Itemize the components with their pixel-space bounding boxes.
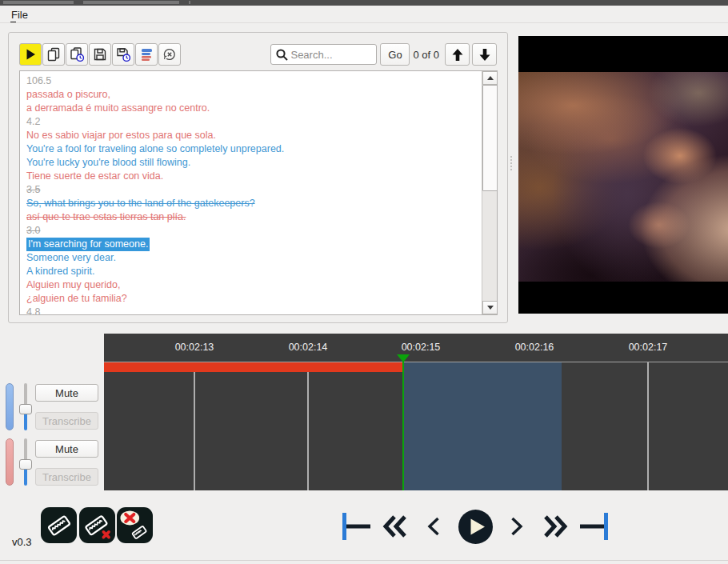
subtitle-line-text: You're a fool for traveling alone so com… xyxy=(26,142,284,156)
subtitle-line-text: 4.2 xyxy=(26,115,40,129)
rewind-icon xyxy=(382,514,408,538)
slider-handle[interactable] xyxy=(19,459,32,470)
track1-mute-button[interactable]: Mute xyxy=(35,384,98,402)
search-field[interactable] xyxy=(270,44,377,65)
timeline-timestamp: 00:02:15 xyxy=(402,342,441,353)
search-icon xyxy=(275,48,289,62)
transport-controls xyxy=(339,508,615,545)
fast-forward-button[interactable] xyxy=(534,514,576,538)
search-next-button[interactable] xyxy=(472,43,497,66)
arrow-up-icon xyxy=(451,48,464,62)
subtitle-line[interactable]: passada o piscuro, xyxy=(26,88,481,102)
list-scrollbar[interactable] xyxy=(482,71,497,314)
play-button[interactable] xyxy=(451,509,499,545)
playhead-line[interactable] xyxy=(402,354,404,490)
split-button[interactable] xyxy=(41,507,77,543)
subtitle-line-text: a derramada é muito assangre no centro. xyxy=(26,102,210,115)
subtitle-line[interactable]: 106.5 xyxy=(26,74,481,88)
track1-volume-slider[interactable] xyxy=(19,383,32,430)
play-preview-button[interactable] xyxy=(19,43,42,66)
bottom-divider xyxy=(0,560,728,561)
subtitle-line-text: Tiene suerte de estar con vida. xyxy=(26,170,163,183)
subtitle-line-text: así que te trae estas tierras tan plía. xyxy=(26,210,186,224)
copy-button[interactable] xyxy=(42,43,65,66)
subtitle-line[interactable]: 4.8 xyxy=(26,306,481,315)
revert-button[interactable] xyxy=(158,43,181,66)
save-clock-icon xyxy=(115,46,131,62)
subtitle-line[interactable]: You're lucky you're blood still flowing. xyxy=(26,156,481,170)
subtitle-line-text: 3.5 xyxy=(26,183,40,197)
skip-to-start-button[interactable] xyxy=(339,512,374,541)
razor-x-icon xyxy=(83,511,112,540)
skip-to-end-button[interactable] xyxy=(576,512,611,541)
subtitle-line[interactable]: So, what brings you to the land of the g… xyxy=(26,197,481,210)
timeline-gridline xyxy=(647,362,649,490)
playhead-marker[interactable] xyxy=(397,354,410,362)
slider-track xyxy=(24,383,27,406)
search-go-button[interactable]: Go xyxy=(380,43,410,66)
subtitle-line-text: Someone very dear. xyxy=(26,251,116,265)
subtitle-lines: 106.5 passada o piscuro, a derramada é m… xyxy=(20,71,481,315)
video-frame-image xyxy=(518,72,728,282)
timeline-progress-bar[interactable] xyxy=(104,362,403,372)
play-circle-icon xyxy=(458,509,494,545)
subtitle-line[interactable]: Tiene suerte de estar con vida. xyxy=(26,170,481,183)
split-remove-all-button[interactable] xyxy=(117,507,153,543)
step-forward-button[interactable] xyxy=(499,516,534,537)
splitter-handle[interactable] xyxy=(510,156,513,177)
scrollbar-thumb[interactable] xyxy=(482,85,498,191)
subtitle-line-text: 3.0 xyxy=(26,224,40,238)
razor-bubble-x-icon xyxy=(121,511,150,540)
step-back-button[interactable] xyxy=(416,516,451,537)
subtitle-line[interactable]: a derramada é muito assangre no centro. xyxy=(26,102,481,115)
subtitle-line-selected[interactable]: I'm searching for someone. xyxy=(26,238,481,251)
subtitle-panel: Go 0 of 0 106.5 passada o piscuro, a der… xyxy=(8,32,508,323)
scrollbar-down-button[interactable] xyxy=(482,301,498,314)
timeline-timestamp: 00:02:13 xyxy=(175,342,214,353)
menubar: File xyxy=(0,6,728,23)
track1-level-meter xyxy=(6,383,14,430)
subtitle-stack-button[interactable] xyxy=(135,43,158,66)
timeline-timestamp: 00:02:17 xyxy=(629,342,668,353)
subtitle-line[interactable]: No es sabio viajar por estos para que so… xyxy=(26,129,481,142)
play-icon xyxy=(22,46,38,62)
subtitle-list: 106.5 passada o piscuro, a derramada é m… xyxy=(19,70,498,315)
timeline[interactable]: 00:02:13 00:02:14 00:02:15 00:02:16 00:0… xyxy=(104,334,728,490)
subtitle-line[interactable]: así que te trae estas tierras tan plía. xyxy=(26,210,481,224)
toolbar xyxy=(19,43,181,66)
subtitle-line[interactable]: 3.5 xyxy=(26,183,481,197)
search-input[interactable] xyxy=(290,46,374,63)
subtitle-line-text: I'm searching for someone. xyxy=(26,238,150,251)
subtitle-line[interactable]: 3.0 xyxy=(26,224,481,238)
split-remove-button[interactable] xyxy=(79,507,115,543)
subtitle-line[interactable]: Alguien muy querido, xyxy=(26,278,481,292)
subtitle-line[interactable]: You're a fool for traveling alone so com… xyxy=(26,142,481,156)
subtitle-line-text: A kindred spirit. xyxy=(26,265,94,278)
menu-file-mnemonic-underline xyxy=(10,22,16,22)
subtitle-line[interactable]: A kindred spirit. xyxy=(26,265,481,278)
subtitle-line[interactable]: Someone very dear. xyxy=(26,251,481,265)
track1-transcribe-button[interactable]: Transcribe xyxy=(35,412,98,430)
app-window: File xyxy=(0,0,728,564)
track2-volume-slider[interactable] xyxy=(19,438,32,486)
timeline-ruler[interactable]: 00:02:13 00:02:14 00:02:15 00:02:16 00:0… xyxy=(104,334,728,362)
subtitle-line-text: You're lucky you're blood still flowing. xyxy=(26,156,190,170)
save-button[interactable] xyxy=(89,43,111,66)
track2-transcribe-button[interactable]: Transcribe xyxy=(35,468,98,486)
track2-mute-button[interactable]: Mute xyxy=(35,440,98,458)
rewind-button[interactable] xyxy=(374,514,416,538)
copy-with-time-button[interactable] xyxy=(66,43,88,66)
menu-file[interactable]: File xyxy=(8,8,31,22)
search-prev-button[interactable] xyxy=(445,43,470,66)
timeline-timestamp: 00:02:16 xyxy=(515,342,554,353)
slider-handle[interactable] xyxy=(19,404,32,414)
subtitle-line-text: ¿alguien de tu familia? xyxy=(26,292,127,306)
subtitle-line[interactable]: 4.2 xyxy=(26,115,481,129)
scrollbar-up-button[interactable] xyxy=(482,71,498,85)
subtitle-stack-icon xyxy=(138,46,154,62)
timeline-clip-region[interactable] xyxy=(403,362,562,490)
subtitle-line[interactable]: ¿alguien de tu familia? xyxy=(26,292,481,306)
subtitle-line-text: So, what brings you to the land of the g… xyxy=(26,197,255,210)
window-titlebar xyxy=(0,0,728,6)
save-with-time-button[interactable] xyxy=(112,43,134,66)
